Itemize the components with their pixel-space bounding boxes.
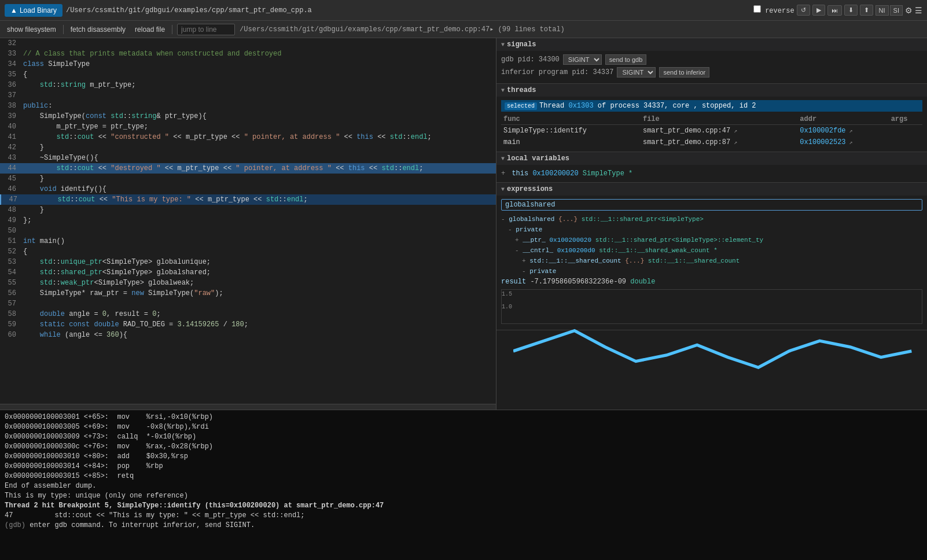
- inferior-pid-label: inferior program pid: 34337: [501, 68, 613, 76]
- code-line-43[interactable]: 43 ~SimpleType(){: [0, 153, 496, 163]
- expr-private2-row: - private: [501, 266, 922, 277]
- code-line-40[interactable]: 40 m_ptr_type = ptr_type;: [0, 121, 496, 132]
- reverse-label: reverse: [753, 5, 794, 15]
- expr-expand-ptr[interactable]: +: [515, 237, 519, 244]
- thread-hex: 0x1303: [568, 102, 593, 110]
- code-line-47[interactable]: 47 std::cout << "This is my type: " << m…: [0, 194, 496, 205]
- code-line-57[interactable]: 57: [0, 299, 496, 309]
- expr-globalshared-row: - globalshared {...} std::__1::shared_pt…: [501, 214, 922, 224]
- reverse-checkbox[interactable]: [753, 5, 761, 13]
- local-variables-section: ▼ local variables + this 0x100200020 Sim…: [496, 152, 927, 183]
- terminal-line: 0x0000000100003001 <+65>: mov %rsi,-0x10…: [5, 412, 922, 422]
- code-line-45[interactable]: 45 }: [0, 174, 496, 184]
- code-line-32[interactable]: 32: [0, 38, 496, 49]
- signals-header[interactable]: ▼ signals: [496, 38, 927, 51]
- step-over-button[interactable]: ⬇: [844, 5, 858, 16]
- right-panel: ▼ signals gdb pid: 34300 SIGINT send to …: [496, 38, 927, 410]
- next-button[interactable]: ⏭: [827, 5, 842, 16]
- fetch-disassembly-button[interactable]: fetch disassembly: [68, 24, 128, 35]
- code-line-58[interactable]: 58 double angle = 0, result = 0;: [0, 309, 496, 319]
- code-line-34[interactable]: 34class SimpleType: [0, 59, 496, 69]
- ni-button[interactable]: NI: [876, 5, 889, 16]
- code-line-46[interactable]: 46 void identify(){: [0, 184, 496, 194]
- send-to-inferior-button[interactable]: send to inferior: [659, 67, 709, 78]
- lv-expand-icon[interactable]: +: [501, 170, 505, 178]
- chart-top-label: 1.5: [502, 291, 512, 297]
- threads-header[interactable]: ▼ threads: [496, 84, 927, 97]
- reload-file-button[interactable]: reload file: [133, 24, 167, 35]
- code-line-41[interactable]: 41 std::cout << "constructed " << m_ptr_…: [0, 132, 496, 142]
- load-binary-button[interactable]: ▲ Load Binary: [5, 4, 62, 17]
- thread-cell-addr: 0x100002523 ↗: [797, 137, 888, 148]
- result-type: double: [630, 278, 655, 286]
- line-number: 55: [0, 278, 21, 288]
- code-line-44[interactable]: 44 std::cout << "destroyed " << m_ptr_ty…: [0, 163, 496, 174]
- code-line-55[interactable]: 55 std::weak_ptr<SimpleType> globalweak;: [0, 278, 496, 288]
- line-content: public:: [21, 101, 496, 111]
- send-to-gdb-button[interactable]: send to gdb: [605, 54, 647, 65]
- expr-collapse-private2[interactable]: -: [522, 268, 526, 275]
- file-link-icon[interactable]: ↗: [730, 139, 737, 146]
- table-row[interactable]: mainsmart_ptr_demo.cpp:87 ↗0x100002523 ↗: [501, 137, 922, 148]
- line-content: [21, 299, 496, 309]
- code-line-59[interactable]: 59 static const double RAD_TO_DEG = 3.14…: [0, 319, 496, 330]
- signals-title: signals: [507, 40, 536, 49]
- settings-icon[interactable]: ⚙: [905, 6, 913, 15]
- step-up-button[interactable]: ⬆: [860, 5, 873, 16]
- code-line-35[interactable]: 35{: [0, 69, 496, 80]
- thread-cell-args: [889, 125, 922, 137]
- code-line-39[interactable]: 39 SimpleType(const std::string& ptr_typ…: [0, 111, 496, 121]
- expr-collapse-cntrl[interactable]: -: [515, 247, 519, 254]
- code-line-49[interactable]: 49};: [0, 215, 496, 226]
- terminal-panel[interactable]: 0x0000000100003001 <+65>: mov %rsi,-0x10…: [0, 410, 927, 560]
- code-line-37[interactable]: 37: [0, 90, 496, 101]
- expression-tree: - globalshared {...} std::__1::shared_pt…: [501, 214, 922, 277]
- code-line-54[interactable]: 54 std::shared_ptr<SimpleType> globalsha…: [0, 267, 496, 278]
- horizontal-scrollbar[interactable]: [0, 404, 496, 410]
- expressions-header[interactable]: ▼ expressions: [496, 183, 927, 196]
- line-content: std::unique_ptr<SimpleType> globalunique…: [21, 257, 496, 267]
- show-filesystem-button[interactable]: show filesystem: [5, 24, 58, 35]
- expr-private-row: - private: [501, 224, 922, 235]
- terminal-line: End of assembler dump.: [5, 481, 922, 491]
- refresh-button[interactable]: ↺: [797, 5, 810, 16]
- local-variables-chevron: ▼: [501, 156, 505, 162]
- continue-button[interactable]: ▶: [812, 5, 825, 16]
- chart-svg: [513, 290, 922, 410]
- ni-si-group: NI SI: [876, 5, 903, 16]
- line-content: }: [21, 174, 496, 184]
- code-line-48[interactable]: 48 }: [0, 205, 496, 215]
- code-line-51[interactable]: 51int main(): [0, 236, 496, 246]
- code-line-53[interactable]: 53 std::unique_ptr<SimpleType> globaluni…: [0, 257, 496, 267]
- line-number: 57: [0, 299, 21, 309]
- menu-icon[interactable]: ☰: [915, 6, 922, 15]
- jump-to-line-input[interactable]: [177, 24, 235, 35]
- code-area[interactable]: 3233// A class that prints metadata when…: [0, 38, 496, 404]
- threads-chevron: ▼: [501, 87, 505, 94]
- code-line-36[interactable]: 36 std::string m_ptr_type;: [0, 80, 496, 90]
- line-content: SimpleType(const std::string& ptr_type){: [21, 111, 496, 121]
- table-row[interactable]: SimpleType::identifysmart_ptr_demo.cpp:4…: [501, 125, 922, 137]
- selected-badge: selected: [505, 102, 537, 110]
- external-link-icon[interactable]: ↗: [846, 139, 853, 146]
- code-line-52[interactable]: 52{: [0, 246, 496, 257]
- code-line-60[interactable]: 60 while (angle <= 360){: [0, 330, 496, 340]
- expr-collapse-private[interactable]: -: [508, 226, 512, 233]
- line-number: 40: [0, 121, 21, 132]
- code-line-33[interactable]: 33// A class that prints metadata when c…: [0, 49, 496, 59]
- file-link-icon[interactable]: ↗: [730, 128, 737, 134]
- signal-select-inferior[interactable]: SIGINT: [617, 67, 656, 78]
- expr-collapse-icon[interactable]: -: [501, 216, 505, 223]
- si-button[interactable]: SI: [890, 5, 903, 16]
- signal-select-gdb[interactable]: SIGINT: [563, 54, 602, 65]
- thread-col-args: args: [889, 114, 922, 125]
- external-link-icon[interactable]: ↗: [846, 128, 853, 134]
- code-line-50[interactable]: 50: [0, 226, 496, 236]
- expression-input[interactable]: [501, 199, 922, 211]
- expr-expand-shared-count[interactable]: +: [522, 257, 526, 264]
- line-content: double angle = 0, result = 0;: [21, 309, 496, 319]
- code-line-42[interactable]: 42 }: [0, 142, 496, 153]
- code-line-38[interactable]: 38public:: [0, 101, 496, 111]
- local-variables-header[interactable]: ▼ local variables: [496, 152, 927, 165]
- code-line-56[interactable]: 56 SimpleType* raw_ptr = new SimpleType(…: [0, 288, 496, 299]
